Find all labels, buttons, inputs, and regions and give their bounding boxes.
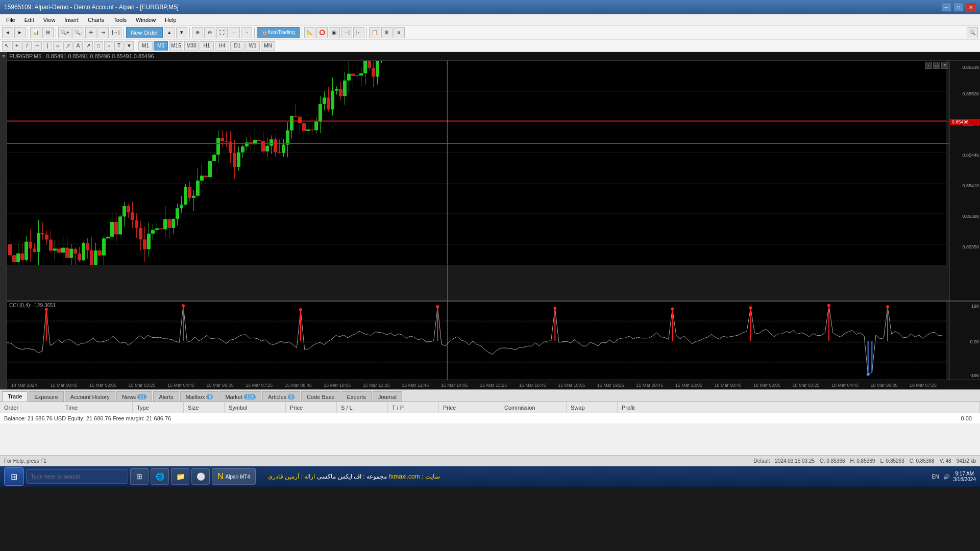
arrow-tool[interactable]: ↗ <box>84 41 93 51</box>
tab-news[interactable]: News 11 <box>116 391 153 402</box>
chart-minus-btn[interactable]: - <box>925 62 932 69</box>
menu-window[interactable]: Window <box>132 16 160 24</box>
taskbar-search[interactable] <box>26 469 128 484</box>
minimize-button[interactable]: ─ <box>941 3 951 12</box>
tf-m30[interactable]: M30 <box>184 41 199 51</box>
main-chart-body[interactable]: - ▭ ≡ <box>7 61 949 300</box>
windows-task-icon: ⊞ <box>136 472 142 481</box>
settings-button[interactable]: ⚙ <box>381 27 393 38</box>
menu-edit[interactable]: Edit <box>20 16 38 24</box>
fullscreen-button[interactable]: ⛶ <box>216 27 228 38</box>
cci-chart-canvas[interactable] <box>7 302 946 380</box>
tf-h1[interactable]: H1 <box>200 41 214 51</box>
taskbar-ie-btn[interactable]: 🌐 <box>151 468 169 485</box>
more-tools[interactable]: ▼ <box>125 41 134 51</box>
more-button[interactable]: ≡ <box>394 27 405 38</box>
cursor-tool[interactable]: ↖ <box>2 41 11 51</box>
scroll-left-button[interactable]: ← <box>229 27 240 38</box>
back-button[interactable]: ◄ <box>2 27 13 38</box>
tab-mailbox[interactable]: Mailbox 8 <box>180 391 219 402</box>
tab-market[interactable]: Market 115 <box>219 391 261 402</box>
chart-row-main: - ▭ ≡ 0.85530 0.85500 0.85470 0.85440 0.… <box>7 61 980 300</box>
crosshair-tool[interactable]: + <box>12 41 21 51</box>
zoom1-button[interactable]: ⊕ <box>192 27 203 38</box>
tab-alerts[interactable]: Alerts <box>153 391 179 402</box>
chart-restore-btn[interactable]: ▭ <box>933 62 940 69</box>
tf-w1[interactable]: W1 <box>246 41 260 51</box>
scroll-right-button[interactable]: → <box>241 27 252 38</box>
channel-tool[interactable]: ≈ <box>53 41 62 51</box>
taskbar-folder-btn[interactable]: 📁 <box>171 468 189 485</box>
menu-tools[interactable]: Tools <box>109 16 131 24</box>
tab-experts[interactable]: Experts <box>341 391 372 402</box>
ellipse-tool[interactable]: ○ <box>104 41 113 51</box>
menu-file[interactable]: File <box>2 16 19 24</box>
status-c: C: 0.85368 <box>910 458 935 464</box>
tf-m15[interactable]: M15 <box>169 41 183 51</box>
indicator4-button[interactable]: →| <box>341 27 352 38</box>
autotrading-button[interactable]: 🤖 AutoTrading <box>257 27 300 38</box>
price-1: 0.85500 <box>962 91 979 96</box>
indicator3-button[interactable]: ▣ <box>329 27 340 38</box>
line-tool[interactable]: / <box>22 41 32 51</box>
tf-h4[interactable]: H4 <box>215 41 229 51</box>
col-order: Order <box>0 402 61 413</box>
scrollend-button[interactable]: ⇥ <box>97 27 109 38</box>
buy-button[interactable]: ▲ <box>164 27 175 38</box>
main-chart-canvas[interactable] <box>7 61 946 265</box>
titlebar-controls: ─ □ ✕ <box>941 3 976 12</box>
tab-trade[interactable]: Trade <box>2 391 28 402</box>
new-order-button[interactable]: New Order <box>126 27 162 38</box>
zoom-out-button[interactable]: 🔍- <box>72 27 84 38</box>
taskbar-date: 3/18/2024 <box>953 477 976 482</box>
profit-value: 0.00 <box>961 415 972 421</box>
fib-tool[interactable]: 𝓕 <box>63 41 72 51</box>
tab-codebase[interactable]: Code Base <box>301 391 340 402</box>
search-toolbar-button[interactable]: 🔍 <box>967 27 978 38</box>
price-4: 0.85410 <box>962 183 979 188</box>
ask-text: 0.85496 <box>134 53 154 59</box>
alpari-taskbar-btn[interactable]: N Alpari MT4 <box>212 468 256 485</box>
sep7 <box>366 28 367 38</box>
rectangle-tool[interactable]: □ <box>94 41 103 51</box>
sell-button[interactable]: ▼ <box>176 27 187 38</box>
menu-insert[interactable]: Insert <box>60 16 83 24</box>
text-tool[interactable]: A <box>74 41 83 51</box>
tab-articles[interactable]: Articles 9 <box>262 391 300 402</box>
menu-view[interactable]: View <box>39 16 60 24</box>
vline-tool[interactable]: | <box>43 41 52 51</box>
taskbar-clock[interactable]: 9:17 AM 3/18/2024 <box>953 471 976 482</box>
close-button[interactable]: ✕ <box>966 3 976 12</box>
forward-button[interactable]: ► <box>14 27 26 38</box>
taskbar-windows-btn[interactable]: ⊞ <box>130 468 149 485</box>
period-sep-button[interactable]: |↔| <box>110 27 121 38</box>
menu-help[interactable]: Help <box>161 16 181 24</box>
status-vol: V: 48 <box>940 458 951 464</box>
zoom2-button[interactable]: ⊖ <box>204 27 215 38</box>
taskbar-chrome-btn[interactable]: ⚪ <box>191 468 210 485</box>
tab-exposure[interactable]: Exposure <box>29 391 63 402</box>
indicator5-button[interactable]: |← <box>353 27 364 38</box>
period-tool[interactable]: T <box>114 41 124 51</box>
profiles-button[interactable]: ⊞ <box>42 27 54 38</box>
tf-d1[interactable]: D1 <box>230 41 244 51</box>
tf-m5[interactable]: M5 <box>154 41 168 51</box>
hline-tool[interactable]: ─ <box>33 41 42 51</box>
symbol-text: EURGBP,M5 <box>9 53 45 59</box>
tab-account-history[interactable]: Account History <box>65 391 115 402</box>
open-chart-button[interactable]: 📊 <box>30 27 41 38</box>
start-button[interactable]: ⊞ <box>4 467 24 486</box>
tf-m1[interactable]: M1 <box>138 41 153 51</box>
tab-journal[interactable]: Journal <box>373 391 402 402</box>
crosshair-button[interactable]: ✛ <box>85 27 96 38</box>
indicator2-button[interactable]: ⭕ <box>316 27 328 38</box>
chart-menu-btn[interactable]: ≡ <box>941 62 948 69</box>
tf-mn[interactable]: MN <box>261 41 275 51</box>
template-button[interactable]: 📋 <box>369 27 380 38</box>
menu-charts[interactable]: Charts <box>84 16 108 24</box>
balance-info: Balance: 21 686.76 USD Equity: 21 686.76… <box>4 415 171 421</box>
zoom-in-button[interactable]: 🔍+ <box>58 27 71 38</box>
cci-chart-body[interactable]: CCI (0,4): -129.3651 <box>7 302 949 380</box>
indicator1-button[interactable]: 📐 <box>304 27 315 38</box>
maximize-button[interactable]: □ <box>953 3 964 12</box>
